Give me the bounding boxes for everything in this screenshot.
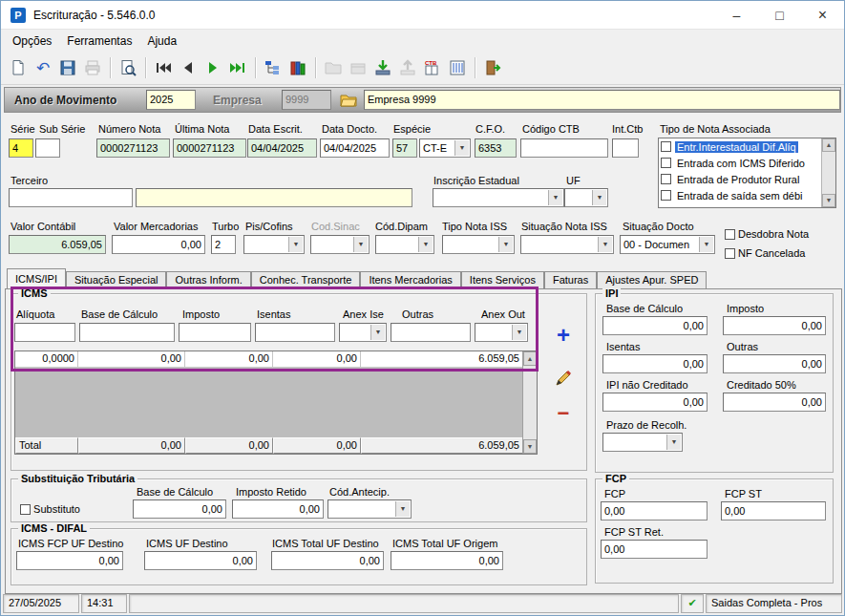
ipi-nao-creditado-field[interactable]: 0,00 [602, 393, 708, 412]
checkbox-icon[interactable] [661, 141, 671, 152]
edit-row-button[interactable] [549, 365, 578, 391]
sub-serie-field[interactable] [35, 138, 60, 158]
tab-conhec-transporte[interactable]: Conhec. Transporte [251, 271, 361, 288]
situacao-nota-iss-combo[interactable]: ▼ [520, 235, 614, 254]
inscricao-estadual-combo[interactable]: ▼ [433, 188, 564, 207]
chevron-down-icon[interactable]: ▼ [454, 140, 469, 156]
grid-row[interactable]: 0,0000 0,00 0,00 0,00 6.059,05 [15, 351, 523, 368]
listbox-scrollbar[interactable]: ▲ ▼ [821, 138, 835, 207]
tab-itens-mercadorias[interactable]: Itens Mercadorias [360, 271, 460, 288]
difal-total-uf-dest-field[interactable]: 0,00 [271, 551, 384, 570]
codigo-ctb-field[interactable] [520, 138, 608, 158]
previous-record-icon[interactable] [176, 55, 201, 80]
checkbox-icon[interactable] [725, 229, 735, 240]
last-record-icon[interactable] [225, 55, 250, 80]
uf-combo[interactable]: ▼ [564, 188, 608, 207]
grid-cell-aliquota[interactable]: 0,0000 [15, 351, 78, 368]
chevron-down-icon[interactable]: ▼ [353, 237, 368, 252]
remove-row-button[interactable]: − [549, 400, 578, 426]
next-record-icon[interactable] [201, 55, 225, 80]
fcp-field[interactable]: 0,00 [601, 501, 708, 520]
turbo-field[interactable]: 2 [211, 235, 236, 254]
minimize-button[interactable]: – [715, 1, 758, 30]
data-docto-field[interactable]: 04/04/2025 [320, 138, 390, 158]
save-icon[interactable] [55, 55, 80, 80]
tab-situacao-especial[interactable]: Situação Especial [66, 271, 166, 288]
ipi-base-field[interactable]: 0,00 [602, 316, 708, 335]
fcp-st-ret-field[interactable]: 0,00 [601, 540, 708, 559]
calculate-icon[interactable] [285, 55, 310, 80]
cod-sinac-combo[interactable]: ▼ [310, 235, 370, 254]
ledger-icon[interactable] [445, 55, 470, 80]
desdobra-nota-checkbox[interactable]: Desdobra Nota [725, 228, 809, 240]
checkbox-icon[interactable] [20, 504, 31, 515]
empresa-name-field[interactable]: Empresa 9999 [364, 90, 840, 110]
grid-cell-isentas[interactable]: 0,00 [273, 351, 361, 368]
valor-mercadorias-field[interactable]: 0,00 [112, 235, 205, 254]
checkbox-icon[interactable] [661, 158, 671, 168]
checkbox-icon[interactable] [661, 174, 671, 184]
add-row-button[interactable]: + [549, 322, 578, 348]
package-icon[interactable] [346, 55, 370, 80]
maximize-button[interactable]: □ [758, 1, 801, 30]
list-item[interactable]: Entr.Interestadual Dif.Alíq [659, 138, 821, 155]
print-icon[interactable] [80, 55, 105, 80]
cfo-field[interactable]: 6353 [475, 138, 517, 158]
numero-nota-field[interactable]: 0000271123 [96, 138, 170, 158]
chevron-down-icon[interactable]: ▼ [666, 435, 681, 450]
icms-aliquota-input[interactable] [14, 323, 75, 342]
valor-contabil-field[interactable]: 6.059,05 [9, 235, 106, 254]
nf-cancelada-checkbox[interactable]: NF Cancelada [725, 247, 805, 259]
close-button[interactable]: × [801, 1, 844, 30]
icms-isentas-input[interactable] [255, 323, 335, 342]
first-record-icon[interactable] [151, 55, 176, 80]
ipi-imposto-field[interactable]: 0,00 [723, 316, 826, 335]
chevron-down-icon[interactable]: ▼ [598, 237, 612, 252]
int-ctb-field[interactable] [612, 138, 639, 158]
especie-combo[interactable]: CT-E ▼ [419, 138, 471, 158]
serie-field[interactable]: 4 [9, 138, 33, 158]
icms-imposto-input[interactable] [179, 323, 251, 342]
menu-opcoes[interactable]: Opções [5, 32, 59, 51]
new-document-icon[interactable] [6, 55, 31, 80]
tab-itens-servicos[interactable]: Itens Serviços [461, 271, 544, 288]
list-item[interactable]: Entrada com ICMS Diferido [659, 155, 821, 171]
list-item[interactable]: Entrada de Produtor Rural [659, 171, 821, 187]
ipi-creditado50-field[interactable]: 0,00 [723, 393, 826, 412]
especie-code-field[interactable]: 57 [392, 138, 417, 158]
icms-anex-out-combo[interactable]: ▼ [475, 323, 528, 342]
tab-icms-ipi[interactable]: ICMS/IPI [7, 268, 66, 288]
structure-icon[interactable] [261, 55, 285, 80]
open-company-button[interactable] [337, 90, 360, 110]
chevron-down-icon[interactable]: ▼ [288, 237, 303, 252]
chevron-down-icon[interactable]: ▼ [512, 325, 526, 340]
chevron-down-icon[interactable]: ▼ [395, 501, 410, 517]
ipi-prazo-combo[interactable]: ▼ [602, 433, 683, 452]
tipo-nota-iss-combo[interactable]: ▼ [442, 235, 515, 254]
terceiro-name-field[interactable] [136, 188, 412, 207]
situacao-docto-combo[interactable]: 00 - Documen ▼ [620, 235, 715, 254]
icms-grid[interactable]: 0,0000 0,00 0,00 0,00 6.059,05 Total 0,0… [14, 350, 538, 455]
import-icon[interactable] [370, 55, 395, 80]
grid-scrollbar[interactable]: ▲ ▼ [522, 351, 537, 454]
ultima-nota-field[interactable]: 0000271123 [173, 138, 246, 158]
list-item[interactable]: Entrada de saída sem débi [659, 187, 821, 203]
grid-cell-base[interactable]: 0,00 [78, 351, 185, 368]
grid-cell-outras[interactable]: 6.059,05 [361, 351, 523, 368]
icms-outras-input[interactable] [391, 323, 471, 342]
tab-outras-inform[interactable]: Outras Inform. [166, 271, 250, 288]
chevron-down-icon[interactable]: ▼ [592, 190, 606, 205]
terceiro-code-field[interactable] [9, 188, 133, 207]
chevron-down-icon[interactable]: ▼ [548, 190, 562, 205]
ctb-icon[interactable]: CTB [420, 55, 445, 80]
fcp-st-field[interactable]: 0,00 [721, 501, 826, 520]
folder-icon[interactable] [321, 55, 346, 80]
subst-retido-field[interactable]: 0,00 [232, 499, 324, 519]
ano-movimento-field[interactable]: 2025 [146, 90, 196, 110]
export-icon[interactable] [395, 55, 420, 80]
tab-ajustes-apur-sped[interactable]: Ajustes Apur. SPED [597, 271, 707, 288]
checkbox-icon[interactable] [725, 248, 735, 259]
chevron-down-icon[interactable]: ▼ [498, 237, 513, 252]
difal-uf-dest-field[interactable]: 0,00 [144, 551, 257, 570]
icms-anex-ise-combo[interactable]: ▼ [339, 323, 387, 342]
